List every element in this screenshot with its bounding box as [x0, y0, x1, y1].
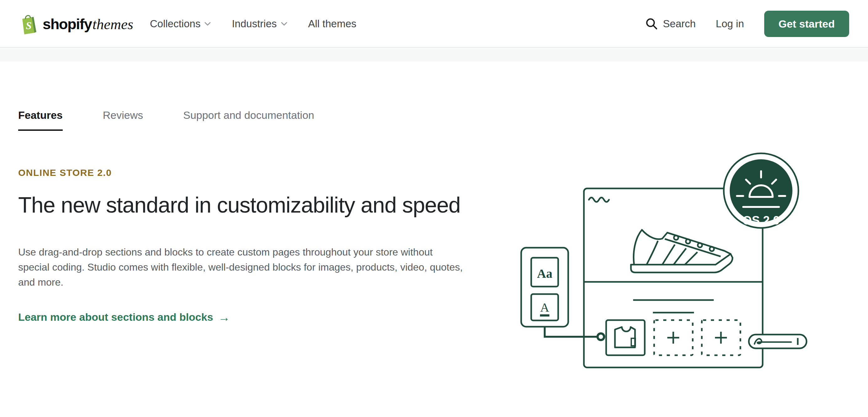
header-shadow-band [0, 48, 868, 61]
chevron-down-icon [204, 22, 211, 26]
theme-page-tabs: Features Reviews Support and documentati… [18, 109, 314, 131]
tab-features[interactable]: Features [18, 109, 63, 131]
nav-label: All themes [308, 18, 356, 30]
svg-text:S: S [26, 20, 32, 31]
search-label: Search [663, 18, 696, 30]
login-link[interactable]: Log in [716, 18, 744, 30]
primary-nav: Collections Industries All themes [150, 0, 356, 47]
nav-label: Collections [150, 18, 200, 30]
product-block-card [606, 320, 645, 355]
nav-item-all-themes[interactable]: All themes [308, 18, 356, 30]
nav-item-industries[interactable]: Industries [232, 18, 287, 30]
connector-line [545, 327, 597, 337]
sneaker-illustration [631, 230, 733, 272]
logo-suffix-text: themes [93, 16, 133, 32]
squiggle-logo-placeholder [589, 197, 609, 202]
header-actions: Search Log in Get started [645, 0, 849, 47]
shopify-themes-logo[interactable]: S shopifythemes [19, 0, 133, 47]
learn-more-label: Learn more about sections and blocks [18, 311, 213, 323]
online-store-2-illustration: Aa A OS 2.0 [502, 138, 868, 389]
add-block-card [654, 320, 693, 355]
feature-eyebrow: ONLINE STORE 2.0 [18, 167, 112, 178]
plus-icon [667, 332, 679, 344]
get-started-button[interactable]: Get started [764, 11, 849, 37]
signature-pill [749, 334, 807, 348]
arrow-right-icon: → [218, 311, 230, 323]
search-button[interactable]: Search [645, 18, 696, 30]
search-icon [645, 18, 658, 30]
typography-panel: Aa A [521, 248, 568, 327]
chevron-down-icon [281, 22, 287, 26]
font-underline-label: A [540, 300, 549, 315]
feature-heading: The new standard in customizability and … [18, 193, 460, 218]
nav-item-collections[interactable]: Collections [150, 18, 211, 30]
os-2-badge: OS 2.0 [724, 153, 798, 228]
plus-icon [715, 332, 727, 344]
connector-node [598, 333, 604, 340]
add-block-card [702, 320, 740, 355]
font-sample-label: Aa [537, 266, 553, 281]
tab-support-documentation[interactable]: Support and documentation [183, 109, 314, 129]
learn-more-link[interactable]: Learn more about sections and blocks → [18, 311, 230, 323]
feature-body-text: Use drag-and-drop sections and blocks to… [18, 245, 463, 290]
top-navigation-bar: S shopifythemes Collections Industries A… [0, 0, 868, 47]
shopify-bag-icon: S [19, 12, 38, 35]
tab-reviews[interactable]: Reviews [103, 109, 143, 129]
os-badge-label: OS 2.0 [743, 214, 780, 227]
logo-brand-text: shopify [43, 16, 92, 32]
nav-label: Industries [232, 18, 277, 30]
